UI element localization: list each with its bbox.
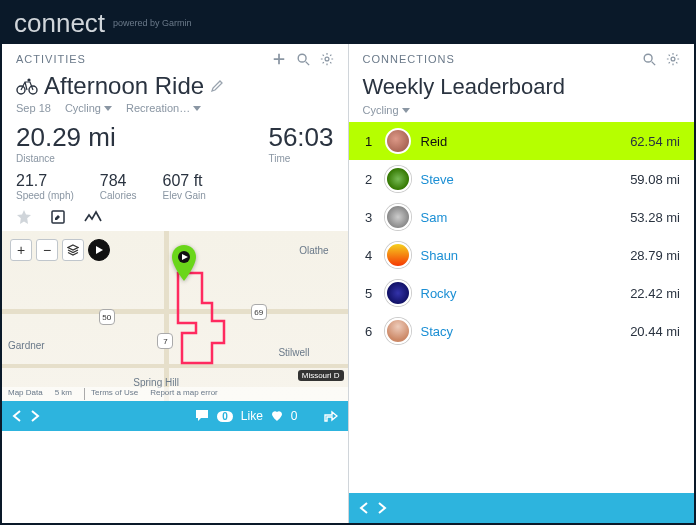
connections-heading: CONNECTIONS (363, 53, 643, 65)
rank: 6 (363, 324, 375, 339)
svg-point-8 (671, 57, 675, 61)
route-trace (168, 268, 248, 378)
user-distance: 22.42 mi (630, 286, 680, 301)
activity-map[interactable]: Gardner Olathe Spring Hill Stilwell 50 7… (2, 231, 348, 401)
leaderboard-list: 1 Reid 62.54 mi 2 Steve 59.08 mi 3 Sam 5… (349, 122, 695, 493)
activities-panel: ACTIVITIES Afternoon Ride Sep 18 Cycling… (2, 44, 349, 523)
user-name: Sam (421, 210, 621, 225)
rank: 4 (363, 248, 375, 263)
leaderboard-row[interactable]: 1 Reid 62.54 mi (349, 122, 695, 160)
activities-footer: 0 Like 0 (2, 401, 348, 431)
user-name: Stacy (421, 324, 621, 339)
search-icon[interactable] (642, 52, 656, 66)
heart-icon[interactable] (271, 410, 283, 422)
avatar (385, 204, 411, 230)
cycling-icon (16, 77, 38, 95)
chevron-down-icon (193, 106, 201, 111)
leaderboard-row[interactable]: 4 Shaun 28.79 mi (349, 236, 695, 274)
graph-icon[interactable] (84, 210, 102, 224)
map-label-gardner: Gardner (8, 340, 45, 351)
user-name: Rocky (421, 286, 621, 301)
rank: 2 (363, 172, 375, 187)
map-footer: Map Data 5 km Terms of Use Report a map … (2, 387, 348, 401)
leaderboard-filter-dropdown[interactable]: Cycling (349, 102, 695, 122)
rank: 5 (363, 286, 375, 301)
rank: 3 (363, 210, 375, 225)
activity-type-dropdown[interactable]: Cycling (65, 102, 112, 114)
speed-label: Speed (mph) (16, 190, 74, 201)
edit-title-icon[interactable] (210, 79, 224, 93)
start-pin-icon (171, 245, 197, 281)
map-label-olathe: Olathe (299, 245, 328, 256)
comment-count: 0 (217, 411, 233, 422)
user-distance: 28.79 mi (630, 248, 680, 263)
avatar (385, 280, 411, 306)
route-shield: 69 (251, 304, 267, 320)
rank: 1 (363, 134, 375, 149)
chevron-down-icon (104, 106, 112, 111)
leaderboard-row[interactable]: 3 Sam 53.28 mi (349, 198, 695, 236)
leaderboard-title: Weekly Leaderboard (349, 70, 695, 102)
connections-footer (349, 493, 695, 523)
next-button[interactable] (30, 410, 40, 422)
distance-label: Distance (16, 153, 116, 164)
user-name: Reid (421, 134, 621, 149)
svg-point-0 (298, 54, 306, 62)
gear-icon[interactable] (666, 52, 680, 66)
activity-date: Sep 18 (16, 102, 51, 114)
elev-label: Elev Gain (163, 190, 206, 201)
leaderboard-row[interactable]: 2 Steve 59.08 mi (349, 160, 695, 198)
leaderboard-row[interactable]: 5 Rocky 22.42 mi (349, 274, 695, 312)
like-count: 0 (291, 409, 298, 423)
svg-point-4 (27, 78, 30, 81)
avatar (385, 242, 411, 268)
search-icon[interactable] (296, 52, 310, 66)
svg-point-7 (644, 54, 652, 62)
user-name: Shaun (421, 248, 621, 263)
chevron-down-icon (402, 108, 410, 113)
distance-value: 20.29 mi (16, 122, 116, 153)
user-distance: 62.54 mi (630, 134, 680, 149)
prev-button[interactable] (359, 502, 369, 514)
layers-button[interactable] (62, 239, 84, 261)
calories-label: Calories (100, 190, 137, 201)
gear-icon[interactable] (320, 52, 334, 66)
edit-icon[interactable] (50, 209, 66, 225)
play-button[interactable] (88, 239, 110, 261)
connections-panel: CONNECTIONS Weekly Leaderboard Cycling 1… (349, 44, 695, 523)
avatar (385, 318, 411, 344)
map-label-stilwell: Stilwell (278, 347, 309, 358)
user-distance: 53.28 mi (630, 210, 680, 225)
like-label[interactable]: Like (241, 409, 263, 423)
user-distance: 20.44 mi (630, 324, 680, 339)
avatar (385, 166, 411, 192)
activity-title: Afternoon Ride (44, 72, 204, 100)
time-label: Time (268, 153, 333, 164)
app-header: connect powered by Garmin (2, 2, 694, 44)
speed-value: 21.7 (16, 172, 74, 190)
activities-heading: ACTIVITIES (16, 53, 272, 65)
prev-button[interactable] (12, 410, 22, 422)
comment-icon[interactable] (195, 409, 209, 423)
calories-value: 784 (100, 172, 137, 190)
favorite-icon[interactable] (16, 209, 32, 225)
time-value: 56:03 (268, 122, 333, 153)
user-distance: 59.08 mi (630, 172, 680, 187)
next-button[interactable] (377, 502, 387, 514)
avatar (385, 128, 411, 154)
add-icon[interactable] (272, 52, 286, 66)
share-icon[interactable] (324, 410, 338, 422)
elev-value: 607 ft (163, 172, 206, 190)
zoom-in-button[interactable]: + (10, 239, 32, 261)
leaderboard-row[interactable]: 6 Stacy 20.44 mi (349, 312, 695, 350)
svg-point-1 (325, 57, 329, 61)
brand-tagline: powered by Garmin (113, 18, 192, 28)
route-shield: 50 (99, 309, 115, 325)
user-name: Steve (421, 172, 621, 187)
zoom-out-button[interactable]: − (36, 239, 58, 261)
activity-subtype-dropdown[interactable]: Recreation… (126, 102, 201, 114)
state-badge: Missouri D (298, 370, 344, 381)
brand-logo: connect (14, 8, 105, 39)
